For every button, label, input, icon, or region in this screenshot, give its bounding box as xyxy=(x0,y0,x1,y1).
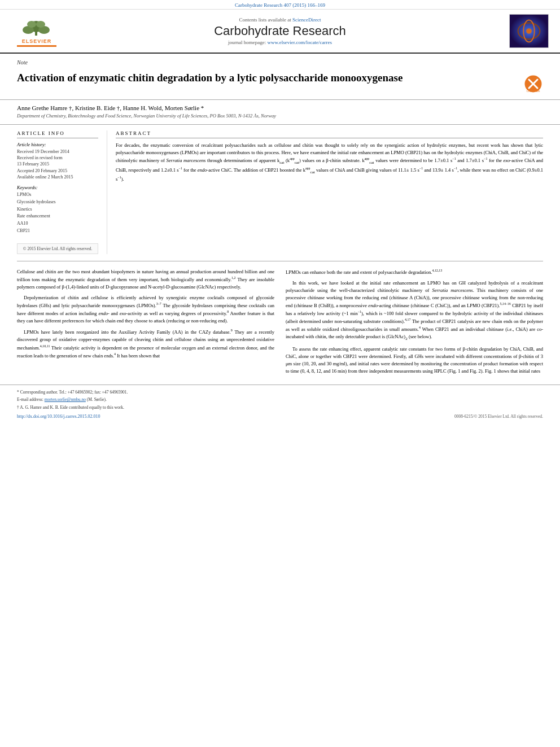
keyword-lpmos: LPMOs xyxy=(17,191,98,199)
article-info-title: ARTICLE INFO xyxy=(17,130,98,138)
journal-cover-image xyxy=(509,14,549,48)
elsevier-tree-icon xyxy=(17,18,56,37)
elsevier-logo: ELSEVIER xyxy=(11,16,62,47)
abstract-text: For decades, the enzymatic conversion of… xyxy=(116,142,543,183)
top-journal-bar: Carbohydrate Research 407 (2015) 166–169 xyxy=(0,0,560,10)
corresponding-author-note: * Corresponding author. Tel.: +47 649659… xyxy=(17,390,543,396)
body-para-1: Cellulose and chitin are the two most ab… xyxy=(17,268,274,291)
body-para-2: Depolymerization of chitin and cellulose… xyxy=(17,294,274,325)
keyword-glycoside: Glycoside hydrolases xyxy=(17,199,98,206)
contents-line: Contents lists available at ScienceDirec… xyxy=(62,17,498,23)
authors-section: Anne Grethe Hamre †, Kristine B. Eide †,… xyxy=(0,100,560,121)
article-history-block: Article history: Received 19 December 20… xyxy=(17,142,98,180)
svg-point-5 xyxy=(36,21,45,28)
journal-citation: Carbohydrate Research 407 (2015) 166–169 xyxy=(235,2,325,8)
journal-title: Carbohydrate Research xyxy=(62,24,498,38)
footer-links: http://dx.doi.org/10.1016/j.carres.2015.… xyxy=(17,414,543,419)
body-left-column: Cellulose and chitin are the two most ab… xyxy=(17,268,274,379)
article-title: Activation of enzymatic chitin degradati… xyxy=(17,71,518,85)
copyright-box: © 2015 Elsevier Ltd. All rights reserved… xyxy=(17,243,98,254)
article-title-section: Activation of enzymatic chitin degradati… xyxy=(0,68,560,100)
keywords-title: Keywords: xyxy=(17,185,98,190)
body-para-3: LPMOs have lately been reorganized into … xyxy=(17,328,274,359)
body-divider xyxy=(17,261,543,261)
journal-cover-thumbnail xyxy=(509,14,549,48)
article-type-label: Note xyxy=(0,54,560,68)
dagger-note: † A. G. Hamre and K. B. Eide contributed… xyxy=(17,405,543,411)
body-para-6: To assess the rate enhancing effect, app… xyxy=(286,346,543,375)
keyword-cbp21: CBP21 xyxy=(17,228,98,235)
article-info-column: ARTICLE INFO Article history: Received 1… xyxy=(17,130,107,254)
accepted-date: Accepted 20 February 2015 xyxy=(17,168,98,174)
email-note: E-mail address: morten.sorlie@nmbu.no (M… xyxy=(17,397,543,403)
doi-link[interactable]: http://dx.doi.org/10.1016/j.carres.2015.… xyxy=(17,414,100,419)
keyword-aa10: AA10 xyxy=(17,220,98,228)
revised-date: 13 February 2015 xyxy=(17,161,98,167)
body-para-4: LPMOs can enhance both the rate and exte… xyxy=(286,268,543,276)
elsevier-bar xyxy=(17,45,56,47)
sciencedirect-link[interactable]: ScienceDirect xyxy=(292,17,321,23)
article-info-abstract-section: ARTICLE INFO Article history: Received 1… xyxy=(0,124,560,254)
homepage-line: journal homepage: www.elsevier.com/locat… xyxy=(62,40,498,45)
body-section: Cellulose and chitin are the two most ab… xyxy=(0,268,560,379)
available-date: Available online 2 March 2015 xyxy=(17,174,98,180)
issn-line: 0008-6215/© 2015 Elsevier Ltd. All right… xyxy=(454,414,543,419)
received-date: Received 19 December 2014 xyxy=(17,148,98,155)
author-email-link[interactable]: morten.sorlie@nmbu.no xyxy=(45,397,86,402)
keywords-section: Keywords: LPMOs Glycoside hydrolases Kin… xyxy=(17,185,98,235)
homepage-link[interactable]: www.elsevier.com/locate/carres xyxy=(268,40,332,45)
svg-text:CrossMark: CrossMark xyxy=(526,89,540,93)
journal-center-info: Contents lists available at ScienceDirec… xyxy=(62,17,498,45)
footer-section: * Corresponding author. Tel.: +47 649659… xyxy=(0,385,560,420)
body-para-5: In this work, we have looked at the init… xyxy=(286,279,543,342)
journal-header: ELSEVIER Contents lists available at Sci… xyxy=(0,10,560,54)
affiliation: Department of Chemistry, Biotechnology a… xyxy=(17,113,543,119)
abstract-column: ABSTRACT For decades, the enzymatic conv… xyxy=(116,130,543,254)
revised-label: Received in revised form xyxy=(17,155,98,161)
abstract-title: ABSTRACT xyxy=(116,130,543,138)
history-label: Article history: xyxy=(17,142,98,147)
authors-line: Anne Grethe Hamre †, Kristine B. Eide †,… xyxy=(17,104,543,111)
svg-point-9 xyxy=(526,28,532,34)
keyword-rate: Rate enhancement xyxy=(17,213,98,220)
crossmark-badge[interactable]: CrossMark xyxy=(523,74,543,94)
svg-point-4 xyxy=(27,21,36,28)
body-right-column: LPMOs can enhance both the rate and exte… xyxy=(286,268,543,379)
elsevier-wordmark: ELSEVIER xyxy=(22,38,52,44)
keyword-kinetics: Kinetics xyxy=(17,206,98,213)
